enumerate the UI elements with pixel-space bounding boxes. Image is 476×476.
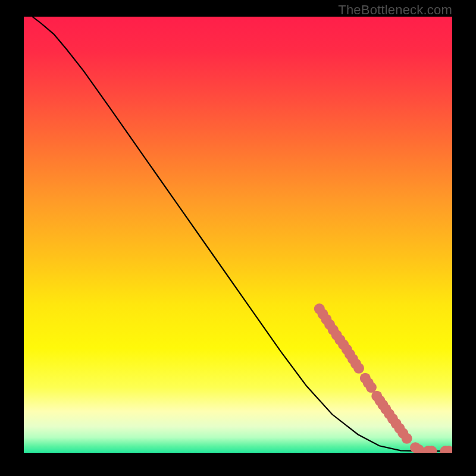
data-marker: [353, 363, 364, 374]
attribution-text: TheBottleneck.com: [338, 2, 452, 18]
plot-area: [24, 17, 452, 453]
gradient-background: [24, 17, 452, 453]
chart-frame: TheBottleneck.com: [0, 0, 476, 476]
chart-svg: [24, 17, 452, 453]
data-marker: [402, 433, 412, 444]
